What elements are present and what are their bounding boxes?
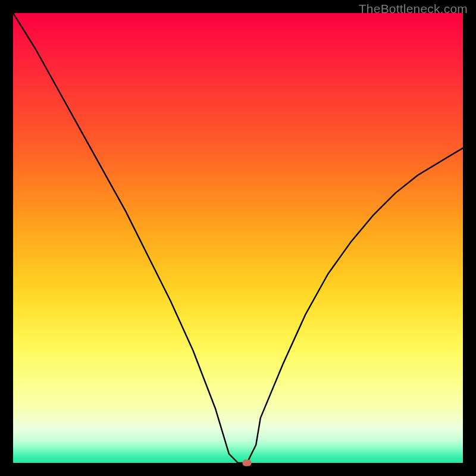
optimum-marker <box>243 460 252 466</box>
chart-frame: TheBottleneck.com <box>0 0 476 476</box>
plot-area <box>13 13 463 463</box>
curve-path <box>13 13 463 463</box>
bottleneck-curve <box>13 13 463 463</box>
